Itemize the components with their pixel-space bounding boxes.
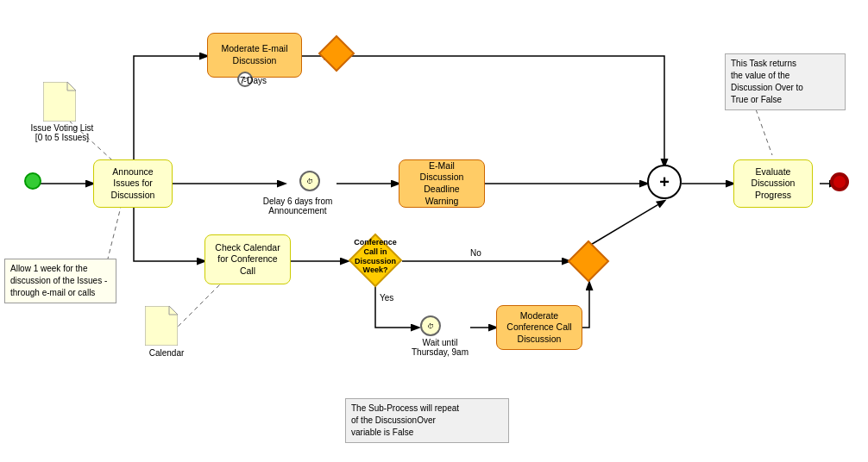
moderate-conf-label: ModerateConference CallDiscussion	[506, 310, 571, 346]
svg-marker-15	[319, 36, 354, 71]
check-calendar-label: Check Calendarfor ConferenceCall	[215, 242, 280, 278]
wait-label: Wait untilThursday, 9am	[411, 338, 469, 357]
check-calendar-task[interactable]: Check Calendarfor ConferenceCall	[204, 234, 291, 284]
wait-timer: ⏱	[420, 315, 441, 336]
gateway-right	[567, 240, 610, 283]
start-event	[24, 172, 41, 190]
bpmn-diagram: AnnounceIssues forDiscussion Moderate E-…	[0, 0, 868, 462]
svg-marker-17	[569, 241, 608, 281]
task-returns-note: This Task returnsthe value of theDiscuss…	[725, 53, 846, 110]
svg-line-13	[173, 284, 220, 332]
calendar-label: Calendar	[145, 348, 188, 358]
end-event	[830, 172, 849, 191]
evaluate-label: EvaluateDiscussionProgress	[752, 166, 796, 202]
announce-issues-task[interactable]: AnnounceIssues forDiscussion	[93, 159, 173, 208]
email-deadline-label: E-MailDiscussionDeadlineWarning	[420, 160, 464, 208]
seven-days-label: 7 Days	[240, 76, 267, 85]
moderate-email-label: Moderate E-mailDiscussion	[221, 43, 287, 66]
allow-week-note: Allow 1 week for thediscussion of the Is…	[4, 259, 116, 303]
announce-issues-label: AnnounceIssues forDiscussion	[111, 166, 155, 202]
issue-voting-label: Issue Voting List[0 to 5 Issues]	[28, 123, 97, 142]
conference-gateway: ConferenceCall inDiscussionWeek?	[348, 233, 403, 288]
moderate-email-task[interactable]: Moderate E-mailDiscussion	[207, 33, 302, 78]
issue-voting-doc	[43, 82, 76, 123]
svg-marker-19	[145, 306, 178, 346]
delay-timer: ⏱	[299, 171, 320, 191]
delay-label: Delay 6 days fromAnnouncement	[255, 197, 341, 215]
moderate-conf-task[interactable]: ModerateConference CallDiscussion	[496, 305, 582, 350]
subprocess-note: The Sub-Process will repeatof the Discus…	[345, 398, 509, 443]
evaluate-task[interactable]: EvaluateDiscussionProgress	[733, 159, 813, 208]
yes-label: Yes	[380, 293, 393, 303]
parallel-gateway: +	[647, 165, 682, 199]
calendar-doc	[145, 306, 178, 347]
email-deadline-task[interactable]: E-MailDiscussionDeadlineWarning	[399, 159, 485, 208]
no-label: No	[470, 248, 481, 258]
gateway-top	[318, 34, 355, 72]
